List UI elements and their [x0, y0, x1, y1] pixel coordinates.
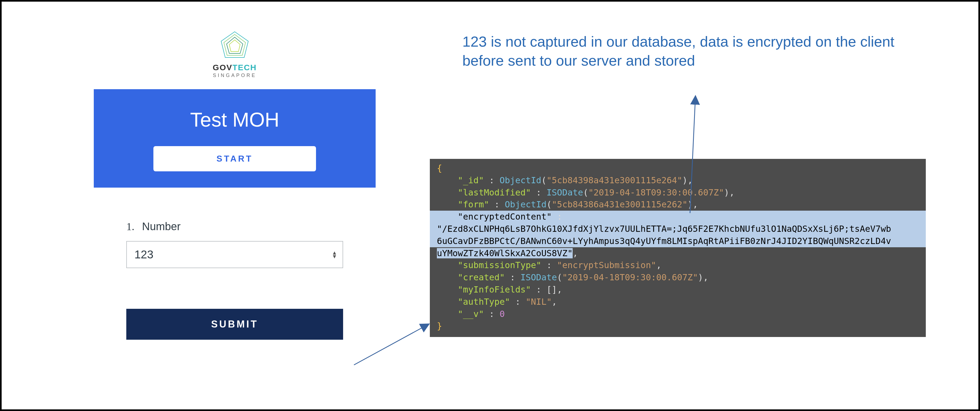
database-record-snippet: { "_id" : ObjectId("5cb84398a431e3001115… [430, 159, 926, 337]
form-hero: Test MOH START [94, 89, 375, 188]
question-number: 1. [126, 220, 134, 233]
govtech-logo-icon [218, 30, 251, 60]
number-input[interactable] [126, 241, 343, 268]
question-label: Number [142, 220, 180, 233]
number-stepper[interactable]: ▲▼ [332, 251, 337, 258]
submit-button[interactable]: SUBMIT [126, 309, 343, 340]
logo-text: GOVTECH [94, 63, 375, 72]
svg-marker-3 [229, 40, 240, 51]
explanatory-caption: 123 is not captured in our database, dat… [462, 32, 921, 70]
logo: GOVTECH SINGAPORE [94, 30, 375, 78]
start-button[interactable]: START [153, 146, 316, 171]
logo-subtitle: SINGAPORE [94, 73, 375, 78]
form-title: Test MOH [115, 108, 354, 131]
